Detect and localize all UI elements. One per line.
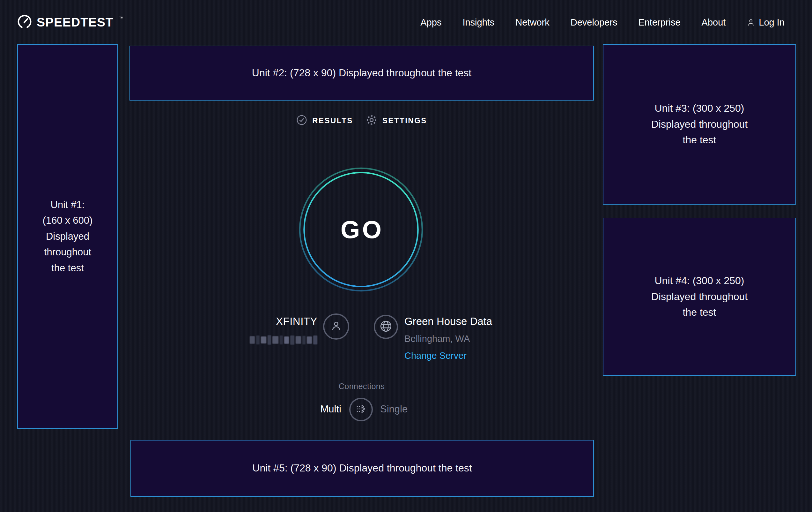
speedtest-logo[interactable]: SPEEDTEST ™ <box>17 15 123 30</box>
ad-unit-5-label: Unit #5: (728 x 90) Displayed throughout… <box>252 460 472 476</box>
check-circle-icon <box>296 115 307 127</box>
connections-single-option[interactable]: Single <box>380 403 408 415</box>
ad-unit-4[interactable]: Unit #4: (300 x 250) Displayed throughou… <box>603 218 796 376</box>
ad-unit-2[interactable]: Unit #2: (728 x 90) Displayed throughout… <box>129 46 594 101</box>
globe-icon <box>379 319 393 334</box>
tab-results-label: RESULTS <box>312 116 353 125</box>
ad-unit-4-label: Unit #4: (300 x 250) Displayed throughou… <box>651 273 748 321</box>
ad-unit-2-label: Unit #2: (728 x 90) Displayed throughout… <box>252 65 471 81</box>
tab-settings-label: SETTINGS <box>382 116 427 125</box>
tab-bar: RESULTS SETTINGS <box>129 112 594 129</box>
login-label: Log In <box>759 17 785 28</box>
connections-multi-option[interactable]: Multi <box>278 403 341 415</box>
change-server-link[interactable]: Change Server <box>404 350 467 361</box>
server-location: Bellingham, WA <box>404 333 470 344</box>
ad-unit-5[interactable]: Unit #5: (728 x 90) Displayed throughout… <box>130 440 594 497</box>
go-button-label: GO <box>299 167 423 292</box>
nav-item-enterprise[interactable]: Enterprise <box>638 17 680 28</box>
login-button[interactable]: Log In <box>747 17 785 28</box>
ad-unit-3[interactable]: Unit #3: (300 x 250) Displayed throughou… <box>603 44 796 205</box>
nav-item-apps[interactable]: Apps <box>420 17 441 28</box>
nav-item-about[interactable]: About <box>702 17 726 28</box>
go-button[interactable]: GO <box>299 167 423 292</box>
nav-item-insights[interactable]: Insights <box>462 17 494 28</box>
isp-badge[interactable] <box>323 314 349 340</box>
nav-item-developers[interactable]: Developers <box>571 17 617 28</box>
ad-unit-1[interactable]: Unit #1: (160 x 600) Displayed throughou… <box>17 44 118 429</box>
gear-icon <box>366 114 377 127</box>
speedtest-page: SPEEDTEST ™ Apps Insights Network Develo… <box>0 0 812 512</box>
server-name: Green House Data <box>404 315 492 327</box>
person-icon <box>747 18 755 27</box>
connections-label: Connections <box>129 382 594 391</box>
multi-arrows-icon <box>354 402 368 417</box>
logo-trademark: ™ <box>119 16 123 21</box>
gauge-icon <box>17 15 32 30</box>
nav-item-network[interactable]: Network <box>515 17 549 28</box>
ad-unit-1-label: Unit #1: (160 x 600) Displayed throughou… <box>43 197 93 276</box>
ad-unit-3-label: Unit #3: (300 x 250) Displayed throughou… <box>651 101 748 148</box>
tab-results[interactable]: RESULTS <box>296 115 353 127</box>
redacted-ip <box>250 334 317 345</box>
isp-name[interactable]: XFINITY <box>223 315 317 327</box>
logo-text: SPEEDTEST <box>37 15 114 29</box>
connections-toggle[interactable] <box>349 398 373 421</box>
top-nav: SPEEDTEST ™ Apps Insights Network Develo… <box>0 0 812 45</box>
person-icon <box>329 319 343 334</box>
tab-settings[interactable]: SETTINGS <box>366 114 427 127</box>
nav-links: Apps Insights Network Developers Enterpr… <box>420 17 785 28</box>
server-badge[interactable] <box>374 315 398 339</box>
